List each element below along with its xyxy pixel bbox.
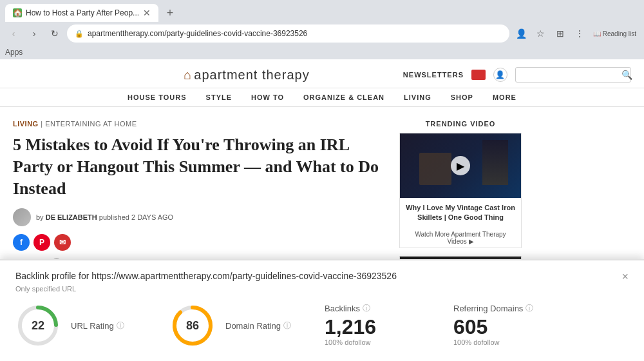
url-rating-metric: 22 URL Rating ⓘ: [15, 303, 144, 348]
site-header: ⌂ apartment therapy NEWSLETTERS 👤 🔍 HOUS…: [0, 59, 644, 107]
star-button[interactable]: ☆: [533, 25, 549, 42]
search-bar: 🔍: [515, 67, 631, 83]
backlink-title: Backlink profile for https://www.apartme…: [15, 271, 397, 281]
referring-domains-sub: 100% dofollow: [453, 338, 500, 346]
backlink-panel: Backlink profile for https://www.apartme…: [0, 259, 644, 361]
site-logo[interactable]: ⌂ apartment therapy: [184, 68, 309, 83]
profile-button[interactable]: 👤: [513, 25, 530, 42]
breadcrumb-category[interactable]: LIVING: [13, 120, 39, 128]
referring-domains-value: 605: [453, 317, 488, 337]
pinterest-button[interactable]: P: [33, 234, 50, 251]
reading-list-button[interactable]: 📖 Reading list: [591, 25, 639, 42]
play-button[interactable]: ▶: [451, 156, 470, 175]
nav-house-tours[interactable]: HOUSE TOURS: [128, 93, 186, 101]
video-caption: Why I Love My Vintage Cast Iron Skillets…: [400, 198, 521, 228]
article-byline: by DE ELIZABETH published 2 DAYS AGO: [36, 213, 173, 221]
back-button[interactable]: ‹: [5, 25, 22, 42]
extensions-button[interactable]: ⊞: [552, 25, 569, 42]
url-rating-number: 22: [32, 319, 44, 333]
backlinks-metric: Backlinks ⓘ 1,216 100% dofollow: [325, 303, 428, 346]
article-title: 5 Mistakes to Avoid If You're Throwing a…: [13, 134, 386, 199]
nav-shop[interactable]: SHOP: [451, 93, 473, 101]
avatar-image: [13, 208, 31, 226]
domain-rating-gauge: 86: [170, 303, 215, 348]
header-right: NEWSLETTERS 👤 🔍: [403, 67, 631, 83]
url-display: apartmenttherapy.com/party-guidelines-co…: [88, 29, 502, 38]
backlink-header: Backlink profile for https://www.apartme…: [15, 271, 629, 282]
backlinks-sub: 100% dofollow: [325, 338, 371, 346]
backlinks-info-icon[interactable]: ⓘ: [363, 303, 370, 314]
email-button[interactable]: ✉: [54, 234, 71, 251]
new-tab-button[interactable]: +: [161, 4, 179, 22]
user-icon[interactable]: 👤: [493, 68, 507, 82]
watch-more-link[interactable]: Watch More Apartment Therapy Videos ▶: [400, 228, 521, 248]
more-button[interactable]: ⋮: [571, 25, 588, 42]
nav-organize[interactable]: ORGANIZE & CLEAN: [303, 93, 384, 101]
search-button[interactable]: 🔍: [621, 70, 632, 80]
url-rating-info-icon[interactable]: ⓘ: [117, 320, 124, 331]
domain-rating-label-group: Domain Rating ⓘ: [225, 320, 291, 331]
domain-rating-metric: 86 Domain Rating ⓘ: [170, 303, 299, 348]
referring-domains-metric: Referring Domains ⓘ 605 100% dofollow: [453, 303, 556, 346]
publish-date: 2 DAYS AGO: [131, 213, 173, 221]
video-thumbnail[interactable]: ▶: [400, 133, 521, 198]
referring-domains-info-icon[interactable]: ⓘ: [526, 303, 533, 314]
browser-action-buttons: 👤 ☆ ⊞ ⋮ 📖 Reading list: [513, 25, 639, 42]
date-prefix: published: [99, 213, 129, 221]
refresh-button[interactable]: ↻: [46, 25, 63, 42]
newsletter-icon[interactable]: [471, 70, 486, 80]
tab-favicon: 🏠: [13, 8, 22, 17]
tab-title: How to Host a Party After Peop...: [26, 8, 139, 17]
logo-text: apartment therapy: [194, 68, 309, 83]
breadcrumb: LIVING | ENTERTAINING AT HOME: [13, 120, 386, 128]
address-bar[interactable]: 🔒 apartmenttherapy.com/party-guidelines-…: [67, 24, 509, 43]
site-nav: HOUSE TOURS STYLE HOW TO ORGANIZE & CLEA…: [0, 88, 644, 106]
trending-label: TRENDING VIDEO: [399, 120, 522, 128]
author-avatar: [13, 208, 31, 226]
referring-domains-label: Referring Domains ⓘ: [453, 303, 533, 314]
url-rating-label: URL Rating ⓘ: [71, 320, 124, 331]
logo-icon: ⌂: [184, 68, 191, 83]
trending-video-box: ▶ Why I Love My Vintage Cast Iron Skille…: [399, 133, 522, 248]
metrics-row: 22 URL Rating ⓘ 86 Domain Rating: [15, 303, 629, 348]
forward-button[interactable]: ›: [26, 25, 43, 42]
breadcrumb-section: ENTERTAINING AT HOME: [45, 120, 137, 128]
domain-rating-number: 86: [186, 319, 199, 333]
browser-title-bar: 🏠 How to Host a Party After Peop... ✕ +: [0, 0, 644, 22]
apps-bar: Apps: [0, 46, 644, 59]
site-header-top: ⌂ apartment therapy NEWSLETTERS 👤 🔍: [0, 59, 644, 88]
nav-how-to[interactable]: HOW TO: [251, 93, 284, 101]
backlink-subtitle: Only specified URL: [15, 285, 629, 293]
browser-controls: ‹ › ↻ 🔒 apartmenttherapy.com/party-guide…: [0, 22, 644, 46]
domain-rating-label: Domain Rating ⓘ: [225, 320, 291, 331]
tab-close-button[interactable]: ✕: [143, 8, 151, 18]
facebook-button[interactable]: f: [13, 234, 30, 251]
browser-chrome: 🏠 How to Host a Party After Peop... ✕ + …: [0, 0, 644, 59]
browser-tab-active[interactable]: 🏠 How to Host a Party After Peop... ✕: [5, 4, 158, 22]
url-rating-gauge: 22: [15, 303, 61, 348]
author-name[interactable]: DE ELIZABETH: [46, 213, 97, 221]
backlinks-value: 1,216: [325, 317, 376, 337]
nav-living[interactable]: LIVING: [404, 93, 431, 101]
backlinks-label: Backlinks ⓘ: [325, 303, 370, 314]
domain-rating-info-icon[interactable]: ⓘ: [283, 320, 291, 331]
newsletters-label: NEWSLETTERS: [403, 71, 464, 79]
nav-style[interactable]: STYLE: [206, 93, 232, 101]
url-rating-label-group: URL Rating ⓘ: [71, 320, 124, 331]
apps-label: Apps: [5, 48, 23, 57]
backlink-close-button[interactable]: ×: [621, 271, 629, 282]
breadcrumb-separator: |: [41, 120, 43, 128]
byline-prefix: by: [36, 213, 44, 221]
article-meta: by DE ELIZABETH published 2 DAYS AGO: [13, 208, 386, 226]
social-icons: f P ✉: [13, 234, 386, 251]
nav-more[interactable]: MORE: [493, 93, 516, 101]
search-input[interactable]: [521, 70, 618, 79]
